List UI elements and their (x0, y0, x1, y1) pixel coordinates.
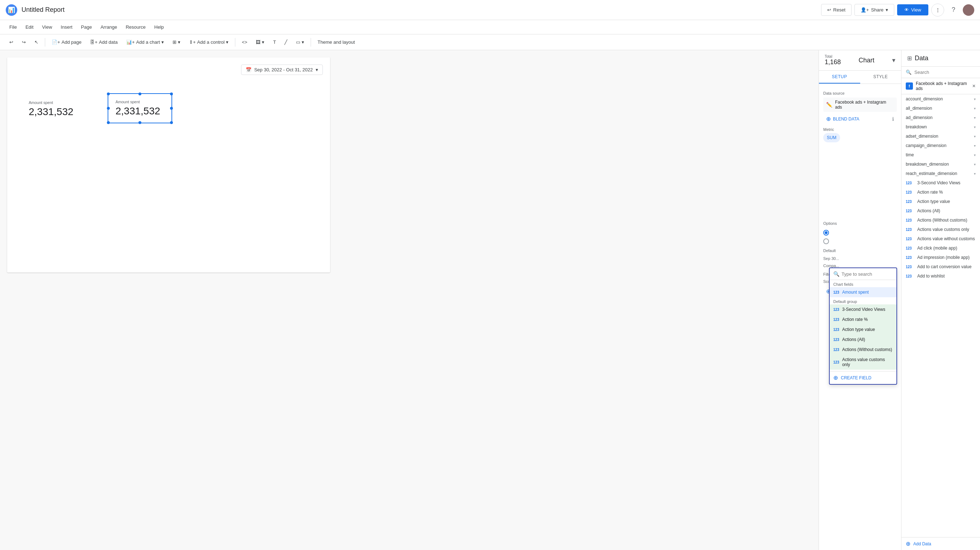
default-group-label: Default group (830, 297, 896, 304)
add-control-button[interactable]: ⇕+ Add a control ▾ (185, 37, 232, 47)
dropdown-item-actions-all[interactable]: 123 Actions (All) (830, 334, 896, 345)
list-item-actions-val-no-cust[interactable]: 123 Actions value without customs (902, 234, 980, 243)
list-item-actions-val-cust[interactable]: 123 Actions value customs only (902, 225, 980, 234)
default-label: Default (823, 248, 897, 253)
resize-handle-ml[interactable] (107, 107, 110, 110)
list-item-time[interactable]: time ▾ (902, 150, 980, 159)
redo-icon: ↪ (22, 40, 26, 45)
image-icon: 🖼 (256, 40, 261, 45)
resize-handle-tl[interactable] (107, 92, 110, 95)
code-button[interactable]: <> (238, 37, 251, 47)
action-rate-badge: 123 (833, 318, 839, 322)
scorecard-selected[interactable]: Amount spent 2,331,532 (108, 93, 172, 123)
scorecard-selected-value: 2,331,532 (116, 105, 164, 117)
list-item-breakdown[interactable]: breakdown ▾ (902, 122, 980, 132)
scorecard-static-label: Amount spent (29, 100, 73, 105)
list-item-action-rate[interactable]: 123 Action rate % (902, 188, 980, 197)
radio-selected[interactable] (823, 230, 829, 235)
menu-help[interactable]: Help (151, 22, 167, 32)
add-data-row[interactable]: ⊕ Add Data (902, 537, 980, 550)
tab-setup[interactable]: SETUP (819, 71, 860, 84)
actions-no-custom-badge: 123 (833, 348, 839, 352)
resize-handle-br[interactable] (170, 121, 173, 124)
reset-button[interactable]: ↩ Reset (821, 4, 851, 16)
data-source-chip[interactable]: f Facebook ads + Instagram ads ✕ (902, 78, 980, 94)
data-panel-header: ⊞ Data (902, 50, 980, 67)
resize-handle-tr[interactable] (170, 92, 173, 95)
help-button[interactable]: ? (947, 3, 960, 16)
list-item-ad-impression-mobile[interactable]: 123 Ad impression (mobile app) (902, 253, 980, 262)
avatar[interactable] (963, 4, 974, 16)
list-item-breakdown-dim[interactable]: breakdown_dimension ▾ (902, 159, 980, 169)
panel-dropdown-button[interactable]: ▾ (892, 56, 895, 64)
resize-handle-bc[interactable] (138, 121, 142, 124)
resize-handle-tc[interactable] (138, 92, 142, 95)
undo-button[interactable]: ↩ (6, 37, 17, 47)
dropdown-item-action-type[interactable]: 123 Action type value (830, 324, 896, 334)
menu-view[interactable]: View (38, 22, 56, 32)
list-chevron-breakdown-dim: ▾ (974, 162, 976, 166)
menu-resource[interactable]: Resource (122, 22, 149, 32)
create-field-row[interactable]: ⊕ CREATE FIELD (830, 371, 896, 384)
view-button[interactable]: 👁 View (897, 4, 928, 16)
share-button[interactable]: 👤+ Share ▾ (854, 4, 894, 16)
menu-page[interactable]: Page (78, 22, 95, 32)
add-page-button[interactable]: 📄+ Add page (48, 37, 85, 47)
data-source-row[interactable]: ✏️ Facebook ads + Instagram ads (823, 97, 897, 112)
list-item-all-dimension[interactable]: all_dimension ▾ (902, 103, 980, 113)
menu-edit[interactable]: Edit (22, 22, 37, 32)
theme-button[interactable]: Theme and layout (314, 37, 358, 47)
list-item-account[interactable]: account_dimension ▾ (902, 94, 980, 103)
add-data-icon: 🗄+ (90, 40, 97, 45)
menu-insert[interactable]: Insert (57, 22, 76, 32)
list-item-campaign[interactable]: campaign_dimension ▾ (902, 141, 980, 150)
line-button[interactable]: ╱ (281, 37, 291, 47)
dropdown-search-icon: 🔍 (833, 271, 839, 277)
list-item-ad-click-mobile[interactable]: 123 Ad click (mobile app) (902, 243, 980, 253)
scorecard-static[interactable]: Amount spent 2,331,532 (29, 100, 73, 118)
redo-button[interactable]: ↪ (18, 37, 29, 47)
canvas[interactable]: 📅 Sep 30, 2022 - Oct 31, 2022 ▾ Amount s… (7, 57, 330, 272)
chart-grid-icon: ⊞ (173, 40, 177, 45)
resize-handle-bl[interactable] (107, 121, 110, 124)
dropdown-item-action-rate[interactable]: 123 Action rate % (830, 315, 896, 324)
control-icon: ⇕+ (189, 40, 196, 45)
radio-empty[interactable] (823, 238, 829, 244)
image-button[interactable]: 🖼 ▾ (252, 37, 268, 47)
list-item-actions-no-cust[interactable]: 123 Actions (Without customs) (902, 216, 980, 225)
more-options-button[interactable]: ⋮ (931, 3, 944, 16)
blend-data-text: BLEND DATA (833, 116, 859, 122)
eye-icon: 👁 (904, 7, 909, 13)
add-chart-button[interactable]: 📊+ Add a chart ▾ (123, 37, 167, 47)
list-item-reach[interactable]: reach_estimate_dimension ▾ (902, 169, 980, 178)
menu-arrange[interactable]: Arrange (97, 22, 121, 32)
list-item-actions-all[interactable]: 123 Actions (All) (902, 206, 980, 216)
date-range-control[interactable]: 📅 Sep 30, 2022 - Oct 31, 2022 ▾ (241, 65, 323, 75)
resize-handle-mr[interactable] (170, 107, 173, 110)
list-item-adset[interactable]: adset_dimension ▾ (902, 132, 980, 141)
dropdown-item-actions-no-custom[interactable]: 123 Actions (Without customs) (830, 345, 896, 354)
actions-value-customs-badge: 123 (833, 360, 839, 364)
list-item-3sec[interactable]: 123 3-Second Video Views (902, 178, 980, 188)
menu-file[interactable]: File (6, 22, 21, 32)
cursor-button[interactable]: ↖ (31, 37, 42, 47)
text-icon: T (273, 40, 276, 45)
shape-button[interactable]: ▭ ▾ (292, 37, 308, 47)
dropdown-item-3sec-views[interactable]: 123 3-Second Video Views (830, 304, 896, 315)
dropdown-item-actions-value-customs[interactable]: 123 Actions value customs only (830, 354, 896, 370)
dropdown-search-input[interactable] (842, 272, 901, 277)
list-item-ad-dimension[interactable]: ad_dimension ▾ (902, 113, 980, 122)
text-button[interactable]: T (269, 37, 280, 47)
add-data-button[interactable]: 🗄+ Add data (86, 37, 121, 47)
list-item-add-to-wishlist[interactable]: 123 Add to wishlist (902, 272, 980, 281)
chart-grid-button[interactable]: ⊞ ▾ (169, 37, 184, 47)
dropdown-item-amount-spent[interactable]: 123 Amount spent (830, 287, 896, 297)
metric-chip[interactable]: SUM (823, 133, 840, 142)
code-icon: <> (242, 40, 247, 45)
data-search-input[interactable] (914, 70, 976, 75)
action-rate-tag: 123 (906, 191, 914, 194)
list-item-add-to-cart[interactable]: 123 Add to cart conversion value (902, 262, 980, 272)
tab-style[interactable]: STYLE (860, 71, 902, 84)
blend-data-row[interactable]: ⊕ BLEND DATA ℹ (823, 113, 897, 124)
list-item-action-type-val[interactable]: 123 Action type value (902, 197, 980, 206)
